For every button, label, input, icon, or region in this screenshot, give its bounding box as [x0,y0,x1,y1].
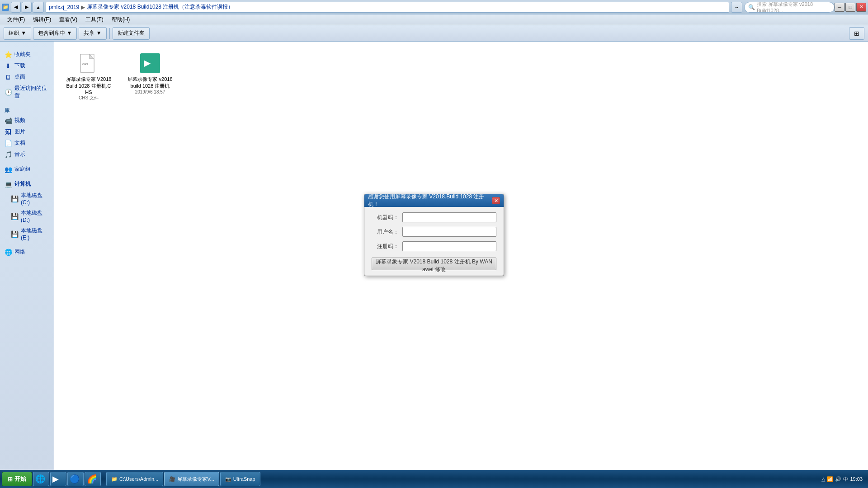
tray-input[interactable]: 中 [843,476,848,483]
address-path[interactable]: pmlxzj_2019 ▶ 屏幕录像专家 v2018 Build1028 注册机… [46,2,729,13]
sidebar-video[interactable]: 📹 视频 [2,115,52,126]
taskbar-ultrasnap-label: UltraSnap [233,476,255,482]
sidebar-network[interactable]: 🌐 网络 [2,246,52,258]
taskbar-tray: △ 📶 🔊 中 19:03 [818,476,866,483]
favorites-icon: ⭐ [5,51,12,58]
disk-d-label: 本地磁盘 (D:) [21,209,49,223]
search-box[interactable]: 🔍 搜索 屏幕录像专家 v2018 Build1028... [744,2,835,13]
watermark: 玩客论坛 www.Pcbee.cn [834,456,863,468]
menu-help[interactable]: 帮助(H) [108,15,134,24]
taskbar-folder-icon: 📁 [111,476,118,482]
username-label: 用户名： [372,228,399,236]
generate-button[interactable]: 屏幕录象专家 V2018 Build 1028 注册机 By WAN awei … [372,258,496,270]
taskbar-explorer-item[interactable]: 📁 C:\Users\Admin... [106,472,163,486]
pictures-icon: 🖼 [5,128,12,136]
computer-icon: 💻 [5,181,12,188]
share-button[interactable]: 共享 ▼ [79,27,106,40]
sidebar-favorites[interactable]: ⭐ 收藏夹 [2,49,52,60]
sidebar-downloads[interactable]: ⬇ 下载 [2,60,52,71]
title-bar-left: 📁 ◀ ▶ ▲ pmlxzj_2019 ▶ 屏幕录像专家 v2018 Build… [2,2,835,13]
sidebar-recent[interactable]: 🕐 最近访问的位置 [2,83,52,102]
sidebar-homegroup[interactable]: 👥 家庭组 [2,164,52,175]
homegroup-label: 家庭组 [14,165,31,173]
music-label: 音乐 [14,150,25,158]
network-icon: 🌐 [5,249,12,256]
view-options-button[interactable]: ⊞ [849,27,864,40]
nav-buttons: ◀ ▶ ▲ [11,2,44,13]
back-button[interactable]: ◀ [11,2,21,13]
homegroup-section: 👥 家庭组 [2,164,52,175]
sidebar-computer[interactable]: 💻 计算机 [2,178,52,190]
disk-e-icon: 💾 [11,230,18,238]
taskbar-chrome-icon[interactable]: 🌈 [85,472,101,486]
search-placeholder: 搜索 屏幕录像专家 v2018 Build1028... [757,1,830,13]
organize-button[interactable]: 组织 ▼ [4,27,31,40]
tray-network[interactable]: 📶 [827,476,833,482]
computer-label: 计算机 [14,180,31,188]
menu-tools[interactable]: 工具(T) [82,15,107,24]
menu-file[interactable]: 文件(F) [4,15,28,24]
new-folder-button[interactable]: 新建文件夹 [113,27,150,40]
dialog-body: 机器码： 用户名： 注册码： 屏幕录象专家 V2018 Build 1028 注… [364,207,504,276]
library-header: 库 [2,105,52,115]
list-item[interactable]: CHS 屏幕录像专家 V2018 Build 1028 注册机.CHS CHS … [61,49,116,105]
downloads-label: 下载 [14,62,25,70]
menu-view[interactable]: 查看(V) [56,15,81,24]
refresh-button[interactable]: → [731,2,742,13]
sidebar-documents[interactable]: 📄 文档 [2,137,52,149]
taskbar-media-icon[interactable]: ▶ [50,472,66,486]
machine-code-input[interactable] [402,212,496,222]
close-button[interactable]: ✕ [856,3,866,12]
documents-label: 文档 [14,139,25,147]
forward-button[interactable]: ▶ [22,2,32,13]
username-input[interactable] [402,227,496,237]
tray-volume[interactable]: 🔊 [835,476,841,482]
taskbar-recorder-label: 屏幕录像专家V... [177,476,214,483]
file-meta-0: CHS 文件 [79,95,99,101]
file-icon-chs: CHS [78,52,99,74]
pictures-label: 图片 [14,128,25,136]
dialog-title-text: 感谢您使用屏幕录像专家 V2018.Build.1028 注册机！ [368,193,492,208]
taskbar-screen-recorder-item[interactable]: 🎥 屏幕录像专家V... [164,472,219,486]
search-icon: 🔍 [748,4,755,10]
video-label: 视频 [14,117,25,124]
path-current[interactable]: 屏幕录像专家 v2018 Build1028 注册机（注意杀毒软件误报） [87,3,233,11]
sidebar-pictures[interactable]: 🖼 图片 [2,126,52,137]
tray-icons: △ 📶 🔊 中 [821,476,848,483]
taskbar-browser-icon[interactable]: 🌐 [33,472,49,486]
favorites-label: 收藏夹 [14,51,31,58]
sidebar-desktop[interactable]: 🖥 桌面 [2,71,52,83]
sidebar-disk-d[interactable]: 💾 本地磁盘 (D:) [2,207,52,225]
sidebar-disk-c[interactable]: 💾 本地磁盘 (C:) [2,190,52,207]
restore-button[interactable]: □ [845,3,855,12]
path-root[interactable]: pmlxzj_2019 [49,4,79,10]
regcode-label: 注册码： [372,243,399,250]
downloads-icon: ⬇ [5,62,12,70]
recent-label: 最近访问的位置 [14,84,49,100]
tray-clock[interactable]: 19:03 [850,476,863,482]
regcode-input[interactable] [402,241,496,251]
tray-show-hidden[interactable]: △ [821,476,825,482]
sidebar-music[interactable]: 🎵 音乐 [2,149,52,160]
taskbar-ie-icon[interactable]: 🔵 [67,472,84,486]
sidebar-disk-e[interactable]: 💾 本地磁盘 (E:) [2,225,52,243]
disk-d-icon: 💾 [11,213,18,220]
menu-edit[interactable]: 编辑(E) [29,15,55,24]
file-name-1: 屏幕录像专家 v2018 build 1028 注册机 [127,76,174,89]
taskbar-recorder-icon: 🎥 [169,476,175,482]
taskbar-ultrasnap-item[interactable]: 📷 UltraSnap [220,472,260,486]
list-item[interactable]: ▶ 屏幕录像专家 v2018 build 1028 注册机 2019/9/6 1… [123,49,177,105]
start-button[interactable]: ⊞ 开始 [2,472,32,486]
disk-c-label: 本地磁盘 (C:) [21,192,49,206]
watermark-line1: 玩客论坛 [834,456,863,463]
library-section: 库 📹 视频 🖼 图片 📄 文档 🎵 音乐 [2,105,52,160]
svg-text:▶: ▶ [144,58,151,68]
file-meta-1: 2019/9/6 18:57 [135,89,165,94]
homegroup-icon: 👥 [5,166,12,173]
minimize-button[interactable]: ─ [835,3,844,12]
dialog-close-button[interactable]: ✕ [492,197,500,204]
include-library-button[interactable]: 包含到库中 ▼ [33,27,77,40]
registration-dialog[interactable]: 感谢您使用屏幕录像专家 V2018.Build.1028 注册机！ ✕ 机器码：… [364,194,504,276]
toolbar-separator [109,28,110,39]
up-button[interactable]: ▲ [33,2,44,13]
